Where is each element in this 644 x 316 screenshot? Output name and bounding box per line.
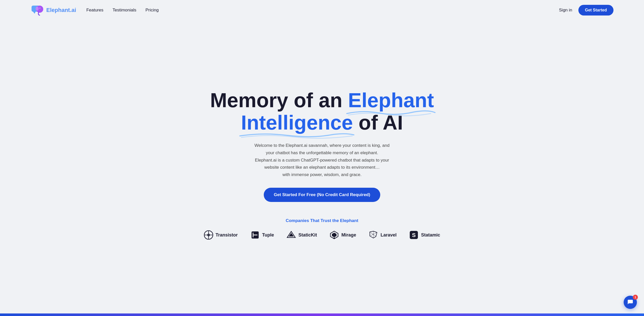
svg-point-5 bbox=[40, 8, 41, 8]
transistor-label: Transistor bbox=[216, 232, 238, 238]
company-transistor: Transistor bbox=[204, 230, 238, 240]
nav-link-features[interactable]: Features bbox=[86, 8, 103, 12]
logo-icon bbox=[31, 4, 44, 17]
nav-links: Features Testimonials Pricing bbox=[86, 8, 159, 13]
company-tuple: Tuple bbox=[251, 230, 274, 240]
companies-section: Companies That Trust the Elephant Transi… bbox=[204, 218, 440, 255]
hero-section: Memory of an Elephant Intelligence of AI… bbox=[0, 20, 644, 313]
hero-title: Memory of an Elephant Intelligence of AI bbox=[210, 89, 434, 134]
get-started-button[interactable]: Get Started bbox=[578, 5, 613, 15]
sign-in-link[interactable]: Sign in bbox=[559, 8, 572, 13]
nav-link-testimonials[interactable]: Testimonials bbox=[112, 8, 136, 12]
nav-right: Sign in Get Started bbox=[559, 5, 613, 15]
statamic-label: Statamic bbox=[421, 232, 440, 238]
tuple-label: Tuple bbox=[262, 232, 274, 238]
svg-marker-14 bbox=[332, 233, 336, 237]
svg-point-3 bbox=[36, 7, 39, 11]
hero-highlight-elephant: Elephant bbox=[348, 89, 434, 112]
hero-subtitle: Welcome to the Elephant.ai savannah, whe… bbox=[251, 142, 393, 179]
transistor-icon bbox=[204, 230, 213, 240]
company-laravel: Laravel bbox=[369, 230, 397, 240]
hero-highlight-intelligence: Intelligence bbox=[241, 112, 353, 134]
svg-marker-1 bbox=[33, 12, 36, 14]
statickit-label: StaticKit bbox=[298, 232, 317, 238]
footer-bar bbox=[0, 313, 644, 316]
statamic-icon: S bbox=[409, 230, 418, 240]
statickit-icon bbox=[287, 230, 296, 240]
companies-logos: Transistor Tuple bbox=[204, 230, 440, 240]
svg-marker-12 bbox=[289, 233, 294, 236]
logo[interactable]: Elephant.ai bbox=[31, 4, 76, 17]
laravel-icon bbox=[369, 230, 378, 240]
company-statamic: S Statamic bbox=[409, 230, 440, 240]
mirage-label: Mirage bbox=[341, 232, 356, 238]
tuple-icon bbox=[251, 230, 260, 240]
chat-bubble[interactable]: 1 bbox=[624, 296, 637, 309]
chat-icon bbox=[627, 299, 633, 305]
navbar: Elephant.ai Features Testimonials Pricin… bbox=[0, 0, 644, 20]
chat-badge: 1 bbox=[633, 295, 638, 300]
svg-text:S: S bbox=[412, 232, 416, 238]
laravel-label: Laravel bbox=[380, 232, 397, 238]
logo-text: Elephant.ai bbox=[46, 7, 76, 13]
mirage-icon bbox=[330, 230, 339, 240]
company-statickit: StaticKit bbox=[287, 230, 317, 240]
company-mirage: Mirage bbox=[330, 230, 356, 240]
nav-link-pricing[interactable]: Pricing bbox=[145, 8, 159, 12]
hero-cta-button[interactable]: Get Started For Free (No Credit Card Req… bbox=[264, 188, 380, 202]
companies-label: Companies That Trust the Elephant bbox=[286, 218, 358, 223]
